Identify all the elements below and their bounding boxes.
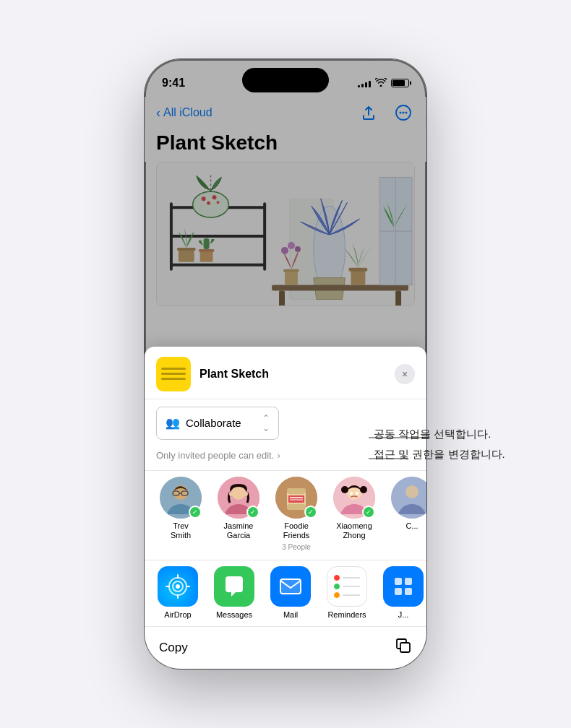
share-close-button[interactable]: ×: [395, 364, 415, 384]
contact-name-xiaomeng: XiaomengZhong: [336, 521, 372, 540]
svg-point-43: [244, 492, 248, 496]
svg-point-42: [229, 492, 233, 496]
permission-chevron-icon: ›: [278, 451, 280, 461]
contact-jasmine[interactable]: ✓ JasmineGarcia: [214, 477, 263, 551]
collaborate-icon: 👥: [166, 416, 180, 430]
svg-rect-62: [280, 579, 301, 594]
svg-rect-67: [405, 588, 412, 595]
app-mail[interactable]: Mail: [269, 566, 312, 619]
phone-frame: 9:41 ‹: [145, 59, 426, 669]
contact-avatar-wrapper-xiaomeng: ✓: [333, 477, 375, 519]
svg-rect-48: [288, 495, 304, 503]
chevron-icon: ⌃⌄: [262, 413, 270, 433]
app-extra-icon: [383, 566, 424, 607]
contact-subname-foodie: 3 People: [282, 543, 310, 551]
svg-rect-66: [395, 588, 402, 595]
contact-xiaomeng[interactable]: ✓ XiaomengZhong: [330, 477, 379, 551]
contact-extra[interactable]: C...: [387, 477, 426, 551]
copy-bar: Copy: [145, 626, 426, 669]
app-mail-icon: [270, 566, 311, 607]
app-mail-label: Mail: [283, 610, 298, 619]
collaborate-select[interactable]: 👥 Collaborate ⌃⌄: [156, 407, 279, 440]
svg-rect-64: [395, 578, 402, 585]
app-icon: [156, 357, 191, 391]
contact-badge-foodie: ✓: [304, 506, 317, 519]
contact-avatar-extra: [391, 477, 426, 519]
collaborate-label: Collaborate: [186, 417, 257, 429]
app-reminders-label: Reminders: [327, 610, 366, 619]
contact-name-jasmine: JasmineGarcia: [224, 521, 254, 540]
contact-name-foodie: Foodie Friends: [272, 521, 321, 540]
contacts-row: ✓ TrevSmith: [145, 470, 426, 560]
contact-avatar-wrapper-jasmine: ✓: [218, 477, 259, 519]
copy-icon[interactable]: [395, 637, 412, 659]
svg-point-56: [356, 492, 359, 495]
contact-badge-xiaomeng: ✓: [362, 506, 375, 519]
close-icon: ×: [402, 368, 408, 380]
permission-text: Only invited people can edit.: [156, 450, 274, 461]
svg-rect-47: [287, 504, 306, 510]
contact-name-extra: C...: [405, 521, 418, 531]
contact-avatar-wrapper-extra: [391, 477, 426, 519]
app-extra-label: J...: [398, 610, 409, 619]
svg-point-54: [360, 486, 367, 493]
app-airdrop[interactable]: AirDrop: [156, 566, 199, 619]
svg-point-53: [341, 486, 348, 493]
contact-avatar-wrapper-foodie: ✓: [275, 477, 317, 519]
contact-badge-trev: ✓: [189, 506, 202, 519]
app-reminders[interactable]: Reminders: [325, 566, 369, 619]
app-messages-icon: [214, 566, 254, 607]
share-app-name: Plant Sketch: [199, 368, 386, 381]
svg-rect-65: [405, 578, 412, 585]
collaborate-row: 👥 Collaborate ⌃⌄: [145, 399, 426, 447]
share-sheet: Plant Sketch × 👥 Collaborate ⌃⌄ Only inv…: [145, 347, 426, 669]
app-reminders-icon: [327, 566, 367, 607]
app-messages-label: Messages: [216, 610, 252, 619]
app-extra[interactable]: J...: [382, 566, 425, 619]
app-airdrop-icon: [158, 566, 198, 607]
svg-point-58: [405, 485, 418, 498]
copy-button[interactable]: Copy: [159, 641, 188, 655]
app-airdrop-label: AirDrop: [164, 610, 191, 619]
svg-rect-68: [400, 643, 410, 652]
share-app-title: Plant Sketch: [199, 368, 386, 381]
contact-trev[interactable]: ✓ TrevSmith: [156, 477, 205, 551]
apps-row: AirDrop Messages Mail: [145, 560, 426, 626]
svg-point-55: [350, 492, 353, 495]
svg-point-61: [176, 584, 180, 589]
permission-row[interactable]: Only invited people can edit. ›: [145, 447, 426, 470]
contact-avatar-wrapper: ✓: [160, 477, 202, 519]
share-sheet-header: Plant Sketch ×: [145, 347, 426, 399]
contact-name-trev: TrevSmith: [171, 521, 191, 540]
svg-rect-46: [287, 488, 306, 494]
contact-foodie[interactable]: ✓ Foodie Friends 3 People: [272, 477, 321, 551]
contact-badge-jasmine: ✓: [246, 506, 259, 519]
app-messages[interactable]: Messages: [212, 566, 256, 619]
